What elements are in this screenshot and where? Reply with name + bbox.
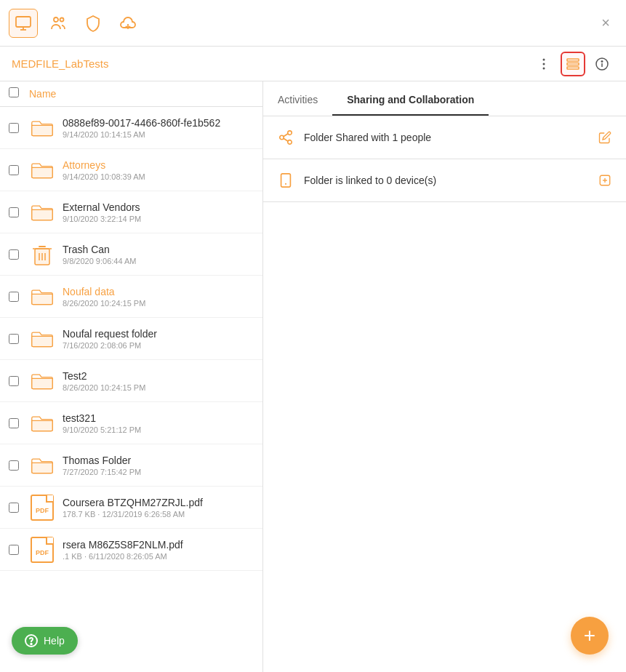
sharing-text: Folder is linked to 0 device(s) xyxy=(304,175,588,186)
svg-rect-0 xyxy=(16,17,31,27)
main-layout: Name 0888ef89-0017-4466-860f-fe1b562 9/1… xyxy=(0,81,626,672)
svg-point-7 xyxy=(543,63,545,65)
file-date: 8/26/2020 10:24:15 PM xyxy=(63,383,254,392)
file-name: Coursera BTZQHM27ZRJL.pdf xyxy=(63,497,254,508)
file-type-icon xyxy=(29,284,55,310)
svg-rect-9 xyxy=(567,59,579,61)
svg-point-8 xyxy=(543,67,545,69)
file-type-icon xyxy=(29,368,55,394)
tab-sharing[interactable]: Sharing and Collaboration xyxy=(332,85,489,116)
svg-rect-26 xyxy=(281,174,291,187)
file-name: Noufal request folder xyxy=(63,328,254,340)
file-date: 8/26/2020 10:24:15 PM xyxy=(63,299,254,308)
file-list-panel: Name 0888ef89-0017-4466-860f-fe1b562 9/1… xyxy=(0,81,263,672)
file-name: Trash Can xyxy=(63,244,254,255)
file-type-icon xyxy=(29,452,55,479)
file-date: 178.7 KB · 12/31/2019 6:26:58 AM xyxy=(63,510,254,519)
list-item[interactable]: PDF rsera M86Z5S8F2NLM.pdf .1 KB · 6/11/… xyxy=(0,529,262,571)
list-item[interactable]: PDF Coursera BTZQHM27ZRJL.pdf 178.7 KB ·… xyxy=(0,487,262,529)
file-name: External Vendors xyxy=(63,201,254,213)
file-type-icon xyxy=(29,326,55,352)
file-list: 0888ef89-0017-4466-860f-fe1b562 9/14/202… xyxy=(0,107,262,571)
list-item[interactable]: Trash Can 9/8/2020 9:06:44 AM xyxy=(0,233,262,276)
file-name: Test2 xyxy=(63,370,254,382)
item-checkbox[interactable] xyxy=(9,545,23,555)
tab-shield[interactable] xyxy=(79,9,108,38)
select-all-checkbox[interactable] xyxy=(9,87,23,100)
file-date: 7/16/2020 2:08:06 PM xyxy=(63,341,254,350)
item-checkbox[interactable] xyxy=(9,249,23,260)
list-item[interactable]: Test2 8/26/2020 10:24:15 PM xyxy=(0,360,262,402)
file-name: Noufal data xyxy=(63,286,254,297)
file-type-icon xyxy=(29,157,55,183)
file-type-icon xyxy=(29,241,55,268)
svg-point-22 xyxy=(280,135,284,140)
list-view-button[interactable] xyxy=(561,52,585,76)
name-column-header: Name xyxy=(29,88,56,100)
svg-point-4 xyxy=(60,17,64,21)
item-checkbox[interactable] xyxy=(9,292,23,302)
sharing-content: Folder Shared with 1 people Folder is li… xyxy=(263,116,626,672)
file-date: 7/27/2020 7:15:42 PM xyxy=(63,468,254,476)
list-item[interactable]: External Vendors 9/10/2020 3:22:14 PM xyxy=(0,191,262,233)
file-name: test321 xyxy=(63,412,254,424)
svg-point-3 xyxy=(54,17,58,22)
tabs-bar: Activities Sharing and Collaboration xyxy=(263,81,626,116)
top-bar: × xyxy=(0,0,626,47)
file-name: 0888ef89-0017-4466-860f-fe1b562 xyxy=(63,117,254,129)
sharing-row-shared-people: Folder Shared with 1 people xyxy=(263,116,626,159)
add-fab-button[interactable]: + xyxy=(571,617,609,655)
svg-rect-10 xyxy=(567,63,579,65)
tab-computer[interactable] xyxy=(9,9,38,38)
file-list-header: Name xyxy=(0,81,262,107)
file-name: rsera M86Z5S8F2NLM.pdf xyxy=(63,539,254,551)
sharing-action-button[interactable] xyxy=(598,131,611,144)
file-name: Attorneys xyxy=(63,159,254,171)
svg-point-23 xyxy=(288,140,292,145)
toolbar-actions xyxy=(531,52,614,76)
right-panel: Activities Sharing and Collaboration Fol… xyxy=(263,81,626,672)
second-bar: MEDFILE_LabTests xyxy=(0,47,626,81)
help-label: Help xyxy=(44,635,65,647)
sharing-icon xyxy=(278,172,294,188)
list-item[interactable]: test321 9/10/2020 5:21:12 PM xyxy=(0,402,262,444)
sharing-action-button[interactable] xyxy=(598,174,611,187)
info-button[interactable] xyxy=(590,52,614,76)
item-checkbox[interactable] xyxy=(9,123,23,133)
list-item[interactable]: 0888ef89-0017-4466-860f-fe1b562 9/14/202… xyxy=(0,107,262,149)
list-item[interactable]: Attorneys 9/14/2020 10:08:39 AM xyxy=(0,149,262,191)
item-checkbox[interactable] xyxy=(9,460,23,471)
file-date: 9/14/2020 10:14:15 AM xyxy=(63,130,254,139)
sharing-icon xyxy=(278,129,294,145)
item-checkbox[interactable] xyxy=(9,165,23,175)
svg-line-24 xyxy=(284,134,288,137)
svg-point-6 xyxy=(543,58,545,60)
list-item[interactable]: Noufal request folder 7/16/2020 2:08:06 … xyxy=(0,318,262,360)
list-item[interactable]: Thomas Folder 7/27/2020 7:15:42 PM xyxy=(0,444,262,487)
item-checkbox[interactable] xyxy=(9,376,23,386)
sharing-row-linked-devices: Folder is linked to 0 device(s) xyxy=(263,159,626,202)
top-nav-icons xyxy=(9,9,143,38)
file-type-icon xyxy=(29,115,55,141)
file-date: .1 KB · 6/11/2020 8:26:05 AM xyxy=(63,552,254,561)
tab-users[interactable] xyxy=(44,9,73,38)
file-type-icon xyxy=(29,199,55,225)
item-checkbox[interactable] xyxy=(9,503,23,513)
help-button[interactable]: Help xyxy=(12,627,78,655)
svg-point-14 xyxy=(601,60,603,62)
tab-activities[interactable]: Activities xyxy=(263,85,332,116)
tab-cloud[interactable] xyxy=(113,9,143,38)
svg-point-32 xyxy=(31,644,32,645)
item-checkbox[interactable] xyxy=(9,207,23,217)
file-type-icon: PDF xyxy=(29,537,55,563)
file-date: 9/8/2020 9:06:44 AM xyxy=(63,257,254,265)
svg-line-25 xyxy=(284,138,288,141)
list-item[interactable]: Noufal data 8/26/2020 10:24:15 PM xyxy=(0,276,262,318)
item-checkbox[interactable] xyxy=(9,334,23,344)
file-date: 9/10/2020 3:22:14 PM xyxy=(63,215,254,223)
file-name: Thomas Folder xyxy=(63,455,254,466)
close-button[interactable]: × xyxy=(594,12,617,35)
svg-point-21 xyxy=(288,131,292,135)
more-options-button[interactable] xyxy=(531,52,556,76)
item-checkbox[interactable] xyxy=(9,418,23,428)
